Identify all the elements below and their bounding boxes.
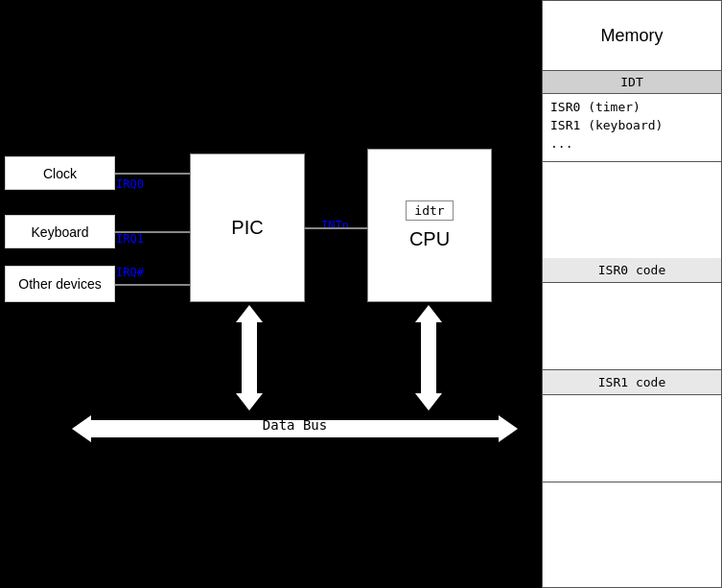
idt-entry: ISR1 (keyboard) <box>550 116 713 134</box>
isr1-section: ISR1 code <box>543 370 721 482</box>
pic-arrow-body <box>242 322 257 393</box>
data-bus-arrow-right <box>499 415 518 442</box>
idt-entry: ISR0 (timer) <box>550 98 713 116</box>
intn-label: INTn <box>321 219 349 232</box>
other-devices: Other devices <box>5 266 115 302</box>
idt-entries: ISR0 (timer)ISR1 (keyboard)... <box>543 94 721 161</box>
irq0-label: IRQ0 <box>116 177 144 191</box>
memory-title: Memory <box>543 1 721 71</box>
pic-arrow-inner <box>236 305 263 411</box>
memory-panel: Memory IDT ISR0 (timer)ISR1 (keyboard)..… <box>542 0 722 588</box>
data-bus-arrow-left <box>72 415 91 442</box>
other-devices-label: Other devices <box>18 276 101 292</box>
irq1-label: IRQ1 <box>116 232 144 246</box>
data-bus-arrow <box>72 410 518 448</box>
cpu-box: idtr CPU <box>367 149 492 302</box>
cpu-arrow-down <box>415 393 442 411</box>
clock-device: Clock <box>5 156 115 190</box>
pic-label: PIC <box>231 217 263 239</box>
irqn-label: IRQ# <box>116 266 144 279</box>
isr1-label: ISR1 code <box>543 370 721 395</box>
isr0-section: ISR0 code <box>543 258 721 370</box>
idt-entry: ... <box>550 134 713 153</box>
memory-gap-1 <box>543 162 721 258</box>
idt-section: IDT ISR0 (timer)ISR1 (keyboard)... <box>543 71 721 162</box>
pic-box: PIC <box>190 153 305 302</box>
clock-label: Clock <box>43 166 77 181</box>
diagram: Clock Keyboard Other devices IRQ0 IRQ1 I… <box>0 0 542 588</box>
irqn-line <box>115 284 190 286</box>
intn-line <box>305 227 367 229</box>
cpu-arrow-body <box>421 322 436 393</box>
keyboard-label: Keyboard <box>32 224 89 240</box>
data-bus-body <box>91 420 499 437</box>
irq0-line <box>115 173 190 175</box>
cpu-idtr: idtr <box>406 200 453 221</box>
irq1-line <box>115 231 190 233</box>
pic-arrow-down <box>236 393 263 411</box>
isr1-body <box>543 395 721 482</box>
pic-vertical-arrow <box>238 305 261 411</box>
pic-arrow-up <box>236 305 263 322</box>
idt-label: IDT <box>543 71 721 94</box>
isr0-label: ISR0 code <box>543 258 721 283</box>
cpu-label: CPU <box>409 228 450 250</box>
isr0-body <box>543 283 721 369</box>
cpu-arrow-inner <box>415 305 442 411</box>
keyboard-device: Keyboard <box>5 215 115 248</box>
cpu-arrow-up <box>415 305 442 322</box>
cpu-vertical-arrow <box>417 305 440 411</box>
